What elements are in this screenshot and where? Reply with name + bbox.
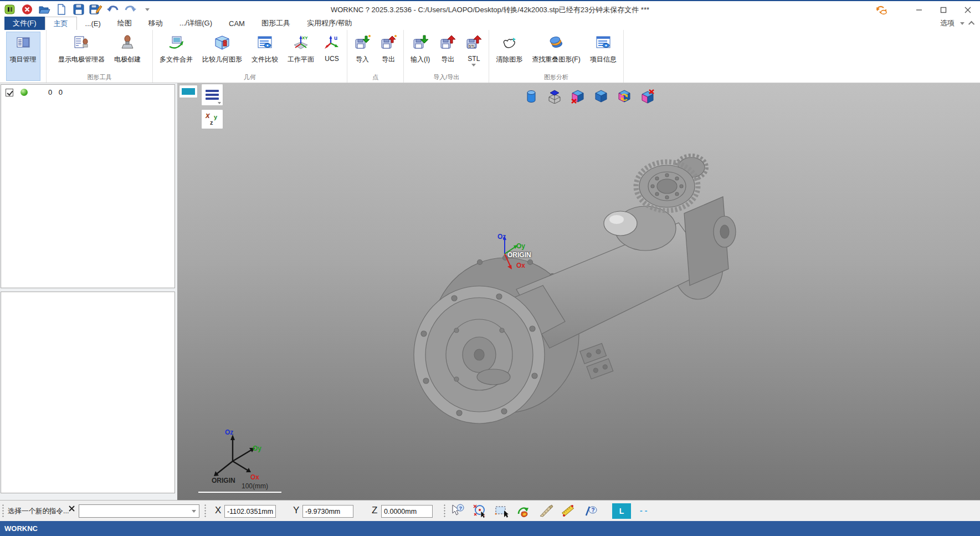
tab-home[interactable]: 主页 xyxy=(45,17,77,30)
compare-geometry-button[interactable]: 比较几何图形 xyxy=(198,32,246,66)
electrode-manager-button[interactable]: 显示电极管理器 xyxy=(54,32,109,66)
tab-graphic-tools[interactable]: 图形工具 xyxy=(253,17,299,30)
box-select-icon[interactable] xyxy=(494,503,509,520)
toolbar-grip[interactable] xyxy=(204,504,207,518)
save-as-icon[interactable] xyxy=(89,3,102,16)
shaded-cube-view-icon[interactable] xyxy=(594,89,608,106)
y-coordinate-field[interactable] xyxy=(302,505,353,518)
nav-ox-label: Ox xyxy=(250,473,259,481)
list-item[interactable]: 0 0 xyxy=(1,85,175,100)
axis-y-glyph: y xyxy=(214,114,217,120)
close-button[interactable] xyxy=(956,2,980,17)
tab-draw[interactable]: 绘图 xyxy=(109,17,140,30)
status-dashes: -- xyxy=(640,506,649,515)
main-area: 0 0 xyxy=(0,83,980,500)
command-input[interactable] xyxy=(80,506,188,516)
annotate-query-icon[interactable]: ? xyxy=(583,503,598,520)
toolbar-grip[interactable] xyxy=(443,504,446,518)
collapse-ribbon-icon[interactable] xyxy=(968,21,974,27)
button-label: 工作平面 xyxy=(288,55,314,64)
window-title: WORKNC ? 2025.3.2536 - C:/Users/LAOPO/De… xyxy=(111,5,869,15)
axis-triad-button[interactable]: x y z xyxy=(201,109,223,129)
tab-file[interactable]: 文件(F) xyxy=(4,17,45,30)
find-overlapping-button[interactable]: 查找重叠图形(F) xyxy=(528,32,584,66)
tab-e[interactable]: ...(E) xyxy=(77,17,109,30)
save-icon[interactable] xyxy=(72,3,85,16)
hide-face-view-icon[interactable] xyxy=(571,89,585,106)
measure-ruler-icon[interactable] xyxy=(561,503,576,520)
tab-detail[interactable]: .../详细(G) xyxy=(171,17,220,30)
input-button[interactable]: 输入(I) xyxy=(407,32,434,66)
x-coordinate-field[interactable] xyxy=(224,505,276,518)
regenerate-icon[interactable] xyxy=(516,503,531,520)
workplane-button[interactable]: XY 工作平面 xyxy=(284,32,318,66)
project-manager-button[interactable]: 项目管理 xyxy=(6,32,40,81)
options-caret-icon[interactable] xyxy=(960,22,964,25)
ribbon-group-graphic-tools: 显示电极管理器 电极创建 图形工具 xyxy=(47,30,153,83)
button-label: 输入(I) xyxy=(411,55,430,64)
viewport-menu-button[interactable] xyxy=(201,84,223,106)
caliper-icon[interactable] xyxy=(538,503,553,520)
combobox-caret-icon[interactable] xyxy=(192,510,196,513)
electrode-create-button[interactable]: 电极创建 xyxy=(110,32,145,66)
properties-panel xyxy=(1,292,175,493)
rotate-faces-view-icon[interactable] xyxy=(617,89,632,106)
cylinder-view-icon[interactable] xyxy=(524,89,538,106)
query-cursor-icon[interactable]: ? xyxy=(450,503,465,520)
tab-cam[interactable]: CAM xyxy=(220,17,253,30)
ucs-button[interactable]: u UCS xyxy=(320,32,344,64)
maximize-button[interactable] xyxy=(931,2,956,17)
stl-button[interactable]: STL STL xyxy=(461,32,486,68)
button-label: 查找重叠图形(F) xyxy=(532,55,580,64)
iso-wireframe-view-icon[interactable] xyxy=(547,89,562,106)
app-logo-icon[interactable] xyxy=(3,3,17,16)
layer-button[interactable]: L xyxy=(612,503,631,519)
visibility-checkbox[interactable] xyxy=(6,89,13,96)
title-bar: WORKNC ? 2025.3.2536 - C:/Users/LAOPO/De… xyxy=(0,0,980,17)
project-info-button[interactable]: 项目信息 xyxy=(586,32,620,66)
origin-ox-label: Ox xyxy=(516,262,525,269)
color-swatch-button[interactable] xyxy=(179,85,198,98)
viewport-3d[interactable]: x y z xyxy=(177,83,980,500)
3d-model[interactable] xyxy=(177,83,980,500)
command-combobox[interactable] xyxy=(79,504,199,518)
clear-graphics-icon xyxy=(501,34,517,53)
svg-text:STL: STL xyxy=(469,44,475,48)
clear-command-icon[interactable] xyxy=(69,506,75,513)
toolbar-grip[interactable] xyxy=(2,504,4,518)
stl-dropdown-icon[interactable] xyxy=(471,64,476,67)
tab-move[interactable]: 移动 xyxy=(140,17,171,30)
new-file-icon[interactable] xyxy=(55,3,68,16)
ribbon-group-points: 导入 导出 点 xyxy=(347,30,404,83)
nav-origin-label: ORIGIN xyxy=(212,477,235,484)
minimize-button[interactable] xyxy=(907,2,931,17)
z-coordinate-field[interactable] xyxy=(381,505,433,518)
close-file-icon[interactable] xyxy=(20,3,34,16)
stl-export-icon: STL xyxy=(465,34,482,53)
ribbon: 项目管理 显示电极管理器 电极创建 图形工具 xyxy=(0,30,980,83)
scale-ruler-line xyxy=(198,492,281,493)
ribbon-group-geometry: 多文件合并 比较几何图形 文件比较 XY xyxy=(153,30,347,83)
button-label: STL xyxy=(468,55,480,63)
command-tools: ? ? xyxy=(450,503,598,520)
snap-point-icon[interactable] xyxy=(472,503,487,520)
options-button[interactable]: 选项 xyxy=(940,18,955,28)
cloud-sync-icon[interactable] xyxy=(869,2,894,17)
merge-files-button[interactable]: 多文件合并 xyxy=(156,32,197,66)
import-file-icon xyxy=(412,34,429,53)
ribbon-group-analysis: 清除图形 查找重叠图形(F) 项目信息 图形分析 xyxy=(489,30,623,83)
file-compare-button[interactable]: 文件比较 xyxy=(248,32,282,66)
status-sphere-icon xyxy=(20,89,28,96)
clear-graphics-button[interactable]: 清除图形 xyxy=(492,32,526,66)
open-icon[interactable] xyxy=(38,3,51,16)
delete-face-view-icon[interactable] xyxy=(640,89,655,106)
import-points-button[interactable]: 导入 xyxy=(350,32,374,66)
svg-text:?: ? xyxy=(592,507,595,513)
scale-label: 100(mm) xyxy=(242,482,268,490)
export-points-button[interactable]: 导出 xyxy=(376,32,401,66)
compare-geometry-icon xyxy=(214,34,230,53)
tab-utilities[interactable]: 实用程序/帮助 xyxy=(299,17,361,30)
svg-text:XY: XY xyxy=(302,35,308,40)
file-compare-icon xyxy=(256,34,273,53)
export-button[interactable]: 导出 xyxy=(435,32,460,66)
